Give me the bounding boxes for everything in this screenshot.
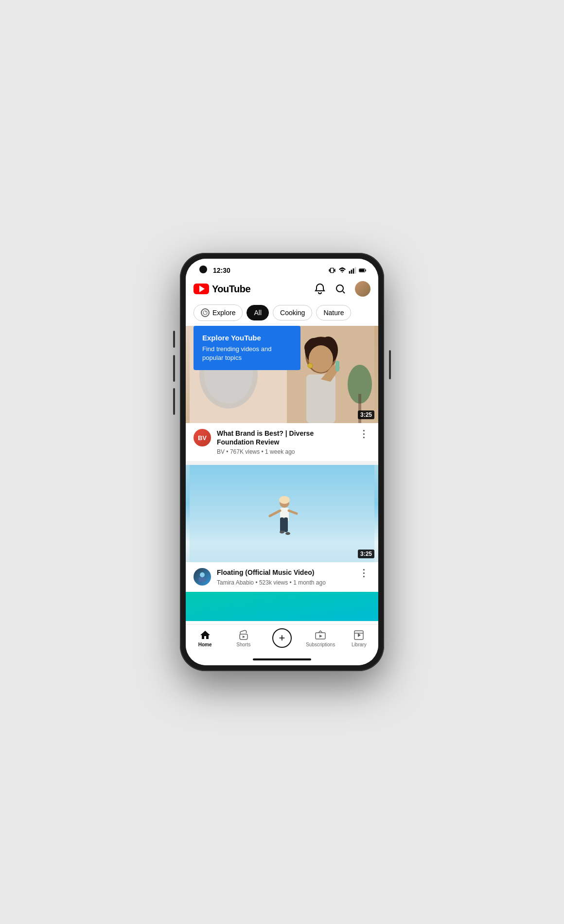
svg-rect-10 <box>359 269 364 272</box>
video-title-2[interactable]: Floating (Official Music Video) <box>217 568 351 577</box>
svg-marker-43 <box>358 633 361 637</box>
nav-subscriptions-label: Subscriptions <box>306 642 335 647</box>
tab-nature[interactable]: Nature <box>316 305 351 320</box>
header-actions <box>314 281 370 297</box>
video-meta-1: What Brand is Best? | Diverse Foundation… <box>217 429 351 455</box>
tab-cooking[interactable]: Cooking <box>273 305 312 320</box>
svg-point-22 <box>309 345 333 373</box>
status-icons <box>328 267 367 274</box>
explore-tooltip: Explore YouTube Find trending videos and… <box>194 326 300 370</box>
tab-explore-label: Explore <box>212 309 235 317</box>
nav-library[interactable]: Library <box>344 629 373 647</box>
video-details-1: BV • 767K views • 1 week ago <box>217 448 351 455</box>
video-info-2: Floating (Official Music Video) Tamira A… <box>186 562 378 591</box>
youtube-logo[interactable]: YouTube <box>194 284 250 295</box>
svg-rect-5 <box>349 271 351 273</box>
svg-rect-7 <box>353 268 354 274</box>
video-thumbnail-2[interactable]: 3:25 <box>186 465 378 562</box>
bottom-nav: Home Shorts + Subscriptions <box>186 624 378 654</box>
video-item-2: 3:25 Floating (Official Music Video) Tam… <box>186 465 378 591</box>
nav-library-label: Library <box>352 642 367 647</box>
svg-rect-23 <box>306 374 335 423</box>
video-info-1: BV What Brand is Best? | Diverse Foundat… <box>186 423 378 461</box>
create-button[interactable]: + <box>272 628 292 648</box>
signal-icon <box>349 267 356 274</box>
library-icon <box>353 629 365 641</box>
battery-icon <box>359 267 367 274</box>
youtube-logo-icon <box>194 284 209 294</box>
notifications-icon[interactable] <box>314 283 326 295</box>
tab-all-label: All <box>254 309 262 317</box>
channel-avatar-1[interactable]: BV <box>194 429 211 446</box>
youtube-logo-text: YouTube <box>212 284 250 295</box>
nav-subscriptions[interactable]: Subscriptions <box>306 629 335 647</box>
home-indicator-bar <box>253 658 311 660</box>
svg-point-37 <box>200 572 205 577</box>
svg-point-36 <box>285 532 290 535</box>
user-avatar[interactable] <box>355 281 370 297</box>
svg-marker-41 <box>319 635 322 638</box>
nav-home[interactable]: Home <box>191 629 220 647</box>
video-item-1: Explore YouTube Find trending videos and… <box>186 326 378 461</box>
svg-rect-24 <box>335 361 339 372</box>
nav-shorts[interactable]: Shorts <box>229 629 258 647</box>
video-meta-2: Floating (Official Music Video) Tamira A… <box>217 568 351 586</box>
video-thumb-float <box>186 465 378 562</box>
video-more-btn-2[interactable]: ⋮ <box>357 568 370 578</box>
explore-tooltip-title: Explore YouTube <box>202 334 292 342</box>
main-content: Explore YouTube Find trending videos and… <box>186 326 378 624</box>
tab-cooking-label: Cooking <box>280 309 305 317</box>
video-duration-1: 3:25 <box>358 410 374 419</box>
svg-rect-0 <box>331 268 334 272</box>
section-divider <box>186 461 378 465</box>
svg-point-25 <box>308 363 313 368</box>
svg-rect-11 <box>365 269 366 271</box>
video-more-btn-1[interactable]: ⋮ <box>357 429 370 439</box>
home-icon <box>199 629 211 641</box>
vibrate-icon <box>328 267 336 274</box>
compass-icon <box>201 308 210 317</box>
svg-marker-39 <box>243 636 245 638</box>
channel-avatar-2[interactable] <box>194 568 211 586</box>
svg-rect-33 <box>280 517 284 532</box>
svg-rect-29 <box>190 540 374 562</box>
video-duration-2: 3:25 <box>358 550 374 558</box>
video-title-1[interactable]: What Brand is Best? | Diverse Foundation… <box>217 429 351 446</box>
silent-switch <box>173 388 175 415</box>
music-avatar-icon <box>197 572 207 582</box>
avatar-image <box>355 281 370 297</box>
nav-home-label: Home <box>198 642 212 647</box>
float-scene-svg <box>186 465 378 562</box>
tab-all[interactable]: All <box>247 305 269 320</box>
tab-nature-label: Nature <box>323 309 344 317</box>
category-tabs: Explore All Cooking Nature <box>186 302 378 326</box>
svg-rect-6 <box>351 270 352 274</box>
subscriptions-icon <box>315 629 326 641</box>
teal-preview-strip <box>186 592 378 621</box>
explore-tooltip-desc: Find trending videos and popular topics <box>202 345 292 362</box>
home-indicator <box>186 654 378 665</box>
svg-point-31 <box>279 496 290 504</box>
youtube-header: YouTube <box>186 277 378 302</box>
search-icon[interactable] <box>335 283 346 295</box>
volume-up-button <box>173 331 175 348</box>
wifi-icon <box>338 267 346 274</box>
svg-point-35 <box>280 531 284 533</box>
svg-point-12 <box>336 285 343 292</box>
svg-point-13 <box>203 311 207 315</box>
front-camera <box>199 266 207 273</box>
volume-down-button <box>173 355 175 382</box>
svg-rect-34 <box>284 517 288 532</box>
shorts-icon <box>238 629 249 641</box>
svg-rect-38 <box>199 577 206 582</box>
status-time: 12:30 <box>213 267 230 274</box>
nav-create[interactable]: + <box>267 628 297 648</box>
video-details-2: Tamira Ababio • 523k views • 1 month ago <box>217 579 351 586</box>
tab-explore[interactable]: Explore <box>194 304 243 321</box>
phone-screen: 12:30 <box>186 259 378 665</box>
svg-rect-8 <box>355 267 356 273</box>
phone-frame: 12:30 <box>180 253 384 671</box>
power-button <box>389 350 391 379</box>
nav-shorts-label: Shorts <box>236 642 250 647</box>
status-bar: 12:30 <box>186 259 378 277</box>
